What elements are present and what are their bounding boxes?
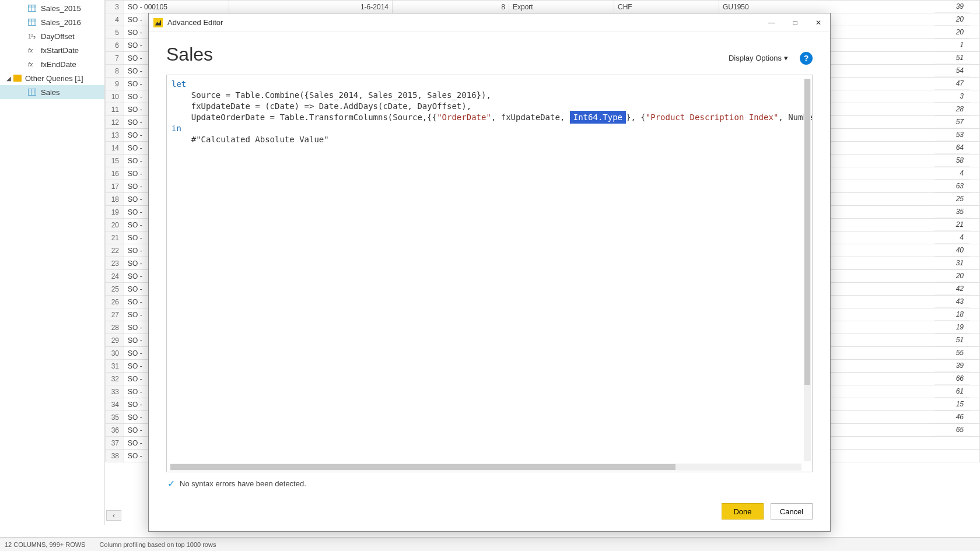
keyword-in: in — [172, 124, 181, 133]
code-line: UpdateOrderDate = Table.TransformColumns… — [172, 113, 437, 122]
query-item-sales[interactable]: Sales — [0, 85, 104, 99]
row-number: 32 — [106, 373, 124, 385]
row-number: 5 — [106, 26, 124, 39]
scroll-left-button[interactable]: ‹ — [106, 510, 121, 521]
status-bar: 12 COLUMNS, 999+ ROWS Column profiling b… — [0, 537, 980, 551]
scroll-thumb[interactable] — [170, 464, 676, 470]
query-label: Sales — [41, 88, 60, 97]
query-label: Sales_2015 — [41, 4, 81, 13]
query-group-other[interactable]: ◢Other Queries [1] — [0, 71, 104, 85]
row-number: 26 — [106, 296, 124, 308]
cell-value: 21 — [935, 218, 970, 231]
cell-value: 39 — [935, 0, 970, 13]
row-number: 29 — [106, 334, 124, 347]
syntax-message: No syntax errors have been detected. — [180, 479, 306, 488]
maximize-button[interactable]: □ — [783, 13, 807, 32]
query-label: fxStartDate — [41, 46, 79, 55]
cell-value: 39 — [935, 359, 970, 372]
cell-value: 47 — [935, 77, 970, 90]
dialog-titlebar[interactable]: Advanced Editor ― □ ✕ — [149, 13, 830, 32]
code-line: #"Calculated Absolute Value" — [172, 135, 329, 144]
vertical-scrollbar[interactable] — [804, 79, 811, 461]
row-number: 34 — [106, 398, 124, 411]
minimize-button[interactable]: ― — [760, 13, 783, 32]
function-icon: fx — [28, 47, 36, 54]
row-number: 18 — [106, 193, 124, 206]
cell-value: 61 — [935, 385, 970, 398]
row-number: 4 — [106, 13, 124, 26]
cell-value: 42 — [935, 282, 970, 295]
close-button[interactable]: ✕ — [807, 13, 830, 32]
query-item-fxenddate[interactable]: fxfxEndDate — [0, 57, 104, 71]
horizontal-scrollbar[interactable] — [170, 464, 802, 471]
cell-value: 65 — [935, 423, 970, 436]
cell-value: 57 — [935, 115, 970, 128]
row-number: 33 — [106, 385, 124, 398]
done-button[interactable]: Done — [722, 503, 764, 520]
cell-value: 19 — [935, 321, 970, 334]
row-number: 8 — [106, 65, 124, 78]
cell-value: 54 — [935, 64, 970, 77]
row-number: 24 — [106, 270, 124, 283]
code-string: "Product Description Index" — [646, 113, 779, 122]
syntax-status: ✓ No syntax errors have been detected. — [166, 472, 813, 495]
cell-value: 58 — [935, 154, 970, 167]
row-number: 31 — [106, 360, 124, 373]
cell-value: 53 — [935, 128, 970, 141]
display-options-dropdown[interactable]: Display Options▾ — [729, 54, 788, 62]
cell: 1-6-2014 — [229, 1, 393, 13]
code-string: "OrderDate" — [437, 113, 491, 122]
cell-value: 1 — [935, 38, 970, 51]
cell-value: 20 — [935, 26, 970, 38]
row-number: 37 — [106, 437, 124, 450]
row-number: 28 — [106, 321, 124, 334]
cell-value: 4 — [935, 231, 970, 244]
row-number: 27 — [106, 308, 124, 321]
row-number: 30 — [106, 347, 124, 360]
check-icon: ✓ — [167, 478, 175, 489]
chevron-down-icon: ▾ — [784, 54, 788, 62]
cell-value: 40 — [935, 244, 970, 257]
queries-panel: Sales_2015 Sales_2016 1²₃DayOffset fxfxS… — [0, 0, 105, 525]
query-label: fxEndDate — [41, 60, 76, 69]
row-number: 25 — [106, 283, 124, 296]
code-line: fxUpdateDate = (cDate) => Date.AddDays(c… — [172, 101, 471, 111]
cell-value: 28 — [935, 103, 970, 115]
right-column-values: 3920201515447328575364584632535214403120… — [935, 0, 970, 436]
cell-value: 63 — [935, 180, 970, 192]
row-number: 19 — [106, 206, 124, 219]
keyword-let: let — [172, 79, 186, 89]
row-number: 20 — [106, 219, 124, 231]
query-label: Sales_2016 — [41, 18, 81, 27]
cell-value: 4 — [935, 167, 970, 180]
query-item-dayoffset[interactable]: 1²₃DayOffset — [0, 29, 104, 43]
cancel-button[interactable]: Cancel — [771, 503, 813, 520]
row-number: 7 — [106, 52, 124, 65]
group-label: Other Queries [1] — [25, 74, 83, 83]
query-item-fxstartdate[interactable]: fxfxStartDate — [0, 43, 104, 57]
display-options-label: Display Options — [729, 54, 782, 62]
help-button[interactable]: ? — [800, 52, 813, 65]
row-number: 10 — [106, 90, 124, 103]
row-number: 16 — [106, 167, 124, 180]
cell-value: 15 — [935, 398, 970, 410]
powerbi-logo-icon — [153, 18, 163, 27]
query-item-sales-2016[interactable]: Sales_2016 — [0, 15, 104, 29]
table-row[interactable]: 3 SO - 000105 1-6-2014 8 Export CHF GU19… — [106, 1, 980, 13]
scroll-thumb[interactable] — [804, 79, 810, 385]
row-number: 11 — [106, 103, 124, 116]
cell-value: 25 — [935, 192, 970, 205]
table-icon — [28, 19, 36, 26]
code-editor[interactable]: let Source = Table.Combine({Sales_2014, … — [166, 75, 813, 472]
query-item-sales-2015[interactable]: Sales_2015 — [0, 1, 104, 15]
code-line: Source = Table.Combine({Sales_2014, Sale… — [172, 90, 491, 100]
row-number: 35 — [106, 411, 124, 424]
row-number: 21 — [106, 231, 124, 244]
row-number: 13 — [106, 129, 124, 142]
number-icon: 1²₃ — [28, 33, 36, 40]
dialog-title: Advanced Editor — [167, 18, 760, 27]
row-number: 23 — [106, 257, 124, 270]
advanced-editor-dialog: Advanced Editor ― □ ✕ Sales Display Opti… — [148, 13, 831, 532]
cell-value: 51 — [935, 51, 970, 64]
cell-value: 64 — [935, 141, 970, 154]
